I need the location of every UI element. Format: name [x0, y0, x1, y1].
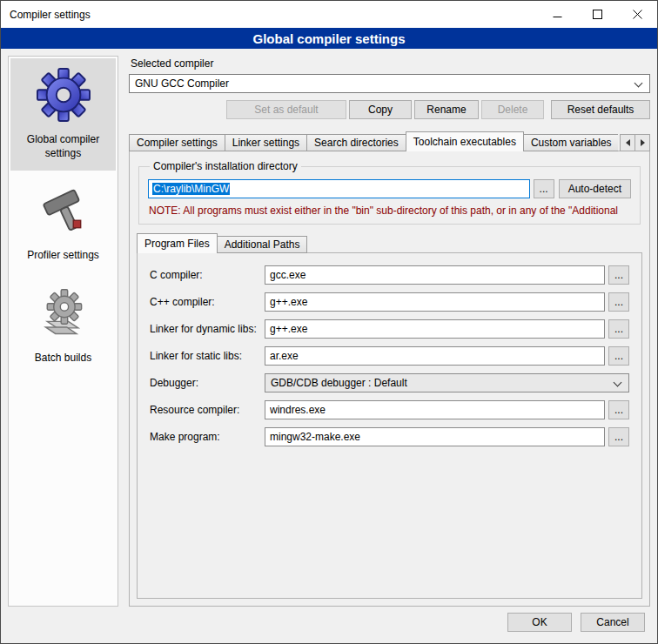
reset-defaults-button[interactable]: Reset defaults — [551, 100, 650, 119]
title-bar: Compiler settings — [1, 1, 657, 28]
toolchain-executables-page: Compiler's installation directory C:\ray… — [129, 151, 650, 607]
tab-compiler-settings[interactable]: Compiler settings — [129, 134, 225, 151]
chevron-down-icon — [634, 79, 643, 88]
installation-directory-group: Compiler's installation directory C:\ray… — [138, 160, 641, 225]
dialog-header: Global compiler settings — [1, 28, 657, 49]
resource-compiler-row: Resource compiler: ... — [150, 400, 629, 419]
sidebar-item-profiler-settings[interactable]: Profiler settings — [10, 174, 116, 273]
make-program-label: Make program: — [150, 431, 265, 443]
global-compiler-gear-icon — [36, 67, 91, 123]
tab-scroll-right-button[interactable] — [634, 134, 650, 151]
settings-sidebar: Global compiler settings Profiler settin… — [8, 56, 118, 607]
sidebar-item-label: Batch builds — [35, 352, 91, 366]
compiler-settings-window: Compiler settings Global compiler settin… — [0, 0, 658, 644]
resource-compiler-label: Resource compiler: — [150, 404, 265, 416]
dialog-body: Global compiler settings Profiler settin… — [1, 49, 657, 610]
page-title: Global compiler settings — [252, 31, 405, 46]
linker-dynamic-label: Linker for dynamic libs: — [150, 323, 265, 335]
linker-static-browse-button[interactable]: ... — [608, 346, 629, 366]
cancel-button[interactable]: Cancel — [581, 613, 645, 632]
window-controls — [537, 1, 657, 28]
auto-detect-button[interactable]: Auto-detect — [559, 179, 631, 198]
debugger-select[interactable]: GDB/CDB debugger : Default — [265, 373, 629, 392]
c-compiler-input[interactable] — [265, 265, 605, 285]
make-program-input[interactable] — [265, 427, 605, 446]
window-title: Compiler settings — [1, 9, 91, 21]
chevron-down-icon — [614, 379, 622, 387]
selected-compiler-value: GNU GCC Compiler — [135, 77, 229, 90]
main-panel: Selected compiler GNU GCC Compiler Set a… — [129, 56, 650, 607]
minimize-icon — [553, 10, 562, 19]
linker-dynamic-row: Linker for dynamic libs: ... — [150, 319, 629, 339]
delete-button[interactable]: Delete — [481, 100, 544, 119]
debugger-value: GDB/CDB debugger : Default — [271, 377, 407, 389]
program-files-page: C compiler: ... C++ compiler: ... Linker… — [137, 252, 642, 599]
resource-compiler-browse-button[interactable]: ... — [608, 400, 629, 419]
tab-scroll-left-button[interactable] — [620, 134, 635, 151]
c-compiler-row: C compiler: ... — [150, 265, 629, 285]
installation-directory-input[interactable]: C:\raylib\MinGW — [148, 179, 530, 198]
tab-scroll-left-icon — [626, 139, 630, 146]
tab-search-directories[interactable]: Search directories — [306, 134, 406, 151]
settings-tabs: Compiler settings Linker settings Search… — [129, 131, 618, 151]
batch-builds-gear-icon — [36, 285, 91, 341]
tab-linker-settings[interactable]: Linker settings — [225, 134, 307, 151]
profiler-tool-icon — [36, 183, 91, 238]
linker-dynamic-input[interactable] — [265, 319, 605, 339]
sidebar-item-global-compiler-settings[interactable]: Global compiler settings — [10, 58, 116, 171]
installation-note: NOTE: All programs must exist either in … — [149, 205, 630, 217]
cpp-compiler-input[interactable] — [265, 292, 605, 312]
installation-directory-value: C:\raylib\MinGW — [152, 183, 230, 195]
make-program-browse-button[interactable]: ... — [608, 427, 629, 446]
selected-compiler-label: Selected compiler — [131, 57, 650, 70]
tab-scroll-buttons — [620, 134, 650, 151]
make-program-row: Make program: ... — [150, 427, 629, 446]
resource-compiler-input[interactable] — [265, 400, 605, 419]
installation-directory-browse-button[interactable]: ... — [534, 179, 554, 198]
c-compiler-browse-button[interactable]: ... — [608, 265, 629, 285]
linker-static-row: Linker for static libs: ... — [150, 346, 629, 366]
sidebar-item-label: Profiler settings — [27, 249, 99, 263]
tab-program-files[interactable]: Program Files — [137, 233, 218, 253]
c-compiler-label: C compiler: — [150, 269, 265, 281]
tab-scroll-right-icon — [641, 139, 645, 146]
selected-compiler-select[interactable]: GNU GCC Compiler — [129, 74, 650, 93]
programs-tabstrip: Program Files Additional Paths — [137, 233, 642, 253]
close-button[interactable] — [617, 1, 657, 28]
installation-directory-group-title: Compiler's installation directory — [150, 160, 301, 172]
cpp-compiler-label: C++ compiler: — [150, 296, 265, 308]
close-icon — [633, 10, 642, 19]
maximize-button[interactable] — [577, 1, 617, 28]
dialog-footer: OK Cancel — [1, 610, 657, 643]
cpp-compiler-browse-button[interactable]: ... — [608, 292, 629, 312]
tab-additional-paths[interactable]: Additional Paths — [217, 236, 308, 253]
cpp-compiler-row: C++ compiler: ... — [150, 292, 629, 312]
installation-directory-row: C:\raylib\MinGW ... Auto-detect — [148, 179, 631, 198]
copy-button[interactable]: Copy — [349, 100, 412, 119]
settings-tabstrip: Compiler settings Linker settings Search… — [129, 131, 650, 151]
tab-toolchain-executables[interactable]: Toolchain executables — [406, 131, 524, 151]
sidebar-item-label: Global compiler settings — [14, 133, 112, 160]
tab-custom-variables[interactable]: Custom variables — [523, 134, 618, 151]
compiler-actions: Set as default Copy Rename Delete Reset … — [129, 100, 650, 119]
ok-button[interactable]: OK — [507, 613, 572, 632]
programs-tabs: Program Files Additional Paths — [137, 233, 307, 253]
linker-static-input[interactable] — [265, 346, 605, 366]
debugger-row: Debugger: GDB/CDB debugger : Default — [150, 373, 629, 392]
sidebar-item-batch-builds[interactable]: Batch builds — [10, 277, 116, 376]
linker-dynamic-browse-button[interactable]: ... — [608, 319, 629, 339]
debugger-label: Debugger: — [150, 377, 265, 389]
minimize-button[interactable] — [537, 1, 577, 28]
set-as-default-button[interactable]: Set as default — [226, 100, 346, 119]
linker-static-label: Linker for static libs: — [150, 350, 265, 362]
maximize-icon — [593, 10, 602, 19]
rename-button[interactable]: Rename — [414, 100, 479, 119]
